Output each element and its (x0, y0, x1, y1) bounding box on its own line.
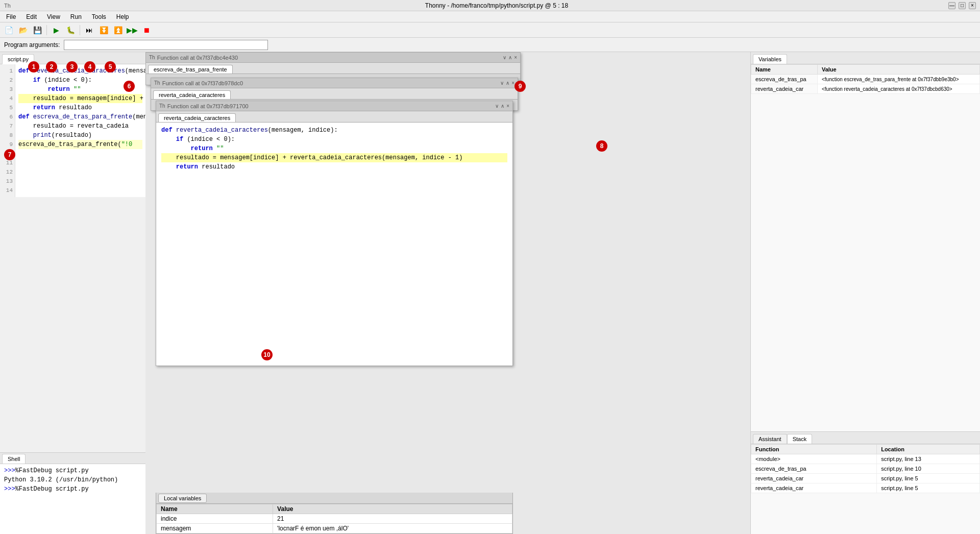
code-line-7: return resultado (18, 103, 142, 112)
editor-tab-script[interactable]: script.py (2, 54, 34, 64)
var-header-name: Name (751, 65, 818, 75)
open-file-button[interactable]: 📂 (16, 23, 30, 37)
variables-tab-bar: Variables (751, 52, 980, 64)
local-vars-header-name: Name (157, 504, 273, 514)
frame2-collapse[interactable]: ∨ (500, 80, 504, 86)
frame3-title: Function call at 0x7f37db971700 (167, 103, 249, 109)
code-line-9: def escreva_de_tras_para_frente(mensagem… (18, 112, 142, 122)
frame1-titlebar: Th Function call at 0x7f37dbc4e430 ∨ ∧ × (146, 53, 520, 63)
frame2-tab[interactable]: reverta_cadeia_caracteres (153, 90, 231, 99)
local-vars-table: Name Value indice 21 mensagem 'locnarF é… (156, 504, 512, 533)
variables-table: Name Value escreva_de_tras_pa <function … (751, 64, 980, 94)
code-line-5: resultado = mensagem[indice] + reverta_c… (18, 94, 142, 103)
frame2-restore[interactable]: ∧ (506, 80, 509, 86)
step-out-button[interactable]: ⏫ (111, 23, 125, 37)
code-line-3: return "" (18, 85, 142, 94)
frame3-collapse[interactable]: ∨ (495, 103, 499, 109)
var-value-2: <function reverta_cadeia_caracteres at 0… (817, 84, 979, 94)
frame3-code[interactable]: def reverta_cadeia_caracteres(mensagem, … (156, 123, 512, 366)
shell-cmd-2: %FastDebug script.py (15, 484, 89, 494)
menu-edit[interactable]: Edit (22, 12, 41, 21)
line-num-4: 4 (0, 94, 13, 103)
stack-loc-1: script.py, line 13 (877, 454, 980, 464)
local-vars-value-1: 21 (273, 514, 512, 524)
menu-file[interactable]: File (2, 12, 20, 21)
step-into-button[interactable]: ⏬ (97, 23, 110, 37)
shell-cmd-1: %FastDebug script.py (15, 466, 89, 475)
run-button[interactable]: ▶ (50, 23, 63, 37)
new-file-button[interactable]: 📄 (2, 23, 15, 37)
frame1-close[interactable]: × (514, 55, 517, 60)
var-row-1: escreva_de_tras_pa <function escreva_de_… (751, 75, 980, 84)
frame2-title-left: Th Function call at 0x7f37db978dc0 (154, 80, 243, 86)
frame1-restore[interactable]: ∧ (508, 55, 512, 60)
local-vars-name-2: mensagem (157, 524, 273, 533)
shell-content[interactable]: >>> %FastDebug script.py Python 3.10.2 (… (0, 464, 145, 534)
menu-tools[interactable]: Tools (88, 12, 110, 21)
var-row-2: reverta_cadeia_car <function reverta_cad… (751, 84, 980, 94)
shell-tab-bar: Shell (0, 453, 145, 464)
code-line-11: print(resultado) (18, 131, 142, 140)
code-line-2: if (indice < 0): (18, 76, 142, 85)
variables-section: Variables Name Value escreva_de_tras_pa … (751, 52, 980, 432)
prog-args-input[interactable] (64, 40, 268, 50)
stack-row-3: reverta_cadeia_car script.py, line 5 (751, 474, 980, 483)
frame1-tab[interactable]: escreva_de_tras_para_frente (148, 65, 233, 74)
assistant-tab-bar: Assistant Stack (751, 432, 980, 444)
line-num-8: 8 (0, 131, 13, 140)
var-name-1: escreva_de_tras_pa (751, 75, 818, 84)
frame1-collapse[interactable]: ∨ (503, 55, 506, 60)
shell-line-3: >>> %FastDebug script.py (4, 484, 141, 494)
stack-table: Function Location <module> script.py, li… (751, 444, 980, 493)
stack-loc-2: script.py, line 10 (877, 464, 980, 474)
local-vars-value-2: 'locnarF é emon uem ,álO' (273, 524, 512, 533)
resume-button[interactable]: ▶▶ (126, 23, 139, 37)
step-over-button[interactable]: ⏭ (83, 23, 96, 37)
local-vars-tab[interactable]: Local variables (158, 494, 207, 503)
line-num-13: 13 (0, 177, 13, 186)
stack-fn-2: escreva_de_tras_pa (751, 464, 877, 474)
maximize-button[interactable]: □ (959, 2, 966, 9)
frame2-close[interactable]: × (511, 80, 514, 86)
stack-fn-4: reverta_cadeia_car (751, 483, 877, 493)
frame3-line-2: if (indice < 0): (161, 135, 507, 144)
stack-tab[interactable]: Stack (787, 434, 813, 444)
window-controls: — □ × (948, 2, 976, 9)
frame1-tab-bar: escreva_de_tras_para_frente (146, 63, 520, 74)
toolbar-sep1 (46, 25, 47, 35)
frame3-tab[interactable]: reverta_cadeia_caracteres (158, 113, 236, 122)
debug-button[interactable]: 🐛 (64, 23, 77, 37)
prog-args-label: Program arguments: (4, 41, 60, 48)
frame1-controls: ∨ ∧ × (503, 55, 517, 60)
menu-run[interactable]: Run (66, 12, 86, 21)
close-button[interactable]: × (969, 2, 976, 9)
menu-view[interactable]: View (43, 12, 64, 21)
line-num-14: 14 (0, 186, 13, 195)
local-vars-header-value: Value (273, 504, 512, 514)
frame3-restore[interactable]: ∧ (501, 103, 504, 109)
line-num-10: 10 (0, 149, 13, 158)
stop-button[interactable]: ⏹ (140, 23, 153, 37)
editor-area: script.py 1 2 3 4 5 6 7 8 9 10 11 (0, 52, 145, 452)
line-num-9: 9 (0, 140, 13, 149)
title-bar: Th Thonny - /home/franco/tmp/python/scri… (0, 0, 980, 11)
variables-tab[interactable]: Variables (753, 54, 787, 64)
frame1-icon: Th (149, 55, 155, 60)
save-file-button[interactable]: 💾 (31, 23, 44, 37)
menu-help[interactable]: Help (112, 12, 133, 21)
shell-tab[interactable]: Shell (2, 454, 26, 464)
assistant-tab[interactable]: Assistant (753, 434, 787, 444)
shell-line-1: >>> %FastDebug script.py (4, 466, 141, 475)
minimize-button[interactable]: — (948, 2, 955, 9)
code-lines[interactable]: def reverta_cadeia_caracteres(mensagem, … (15, 64, 145, 197)
left-column: script.py 1 2 3 4 5 6 7 8 9 10 11 (0, 52, 145, 534)
frame3-icon: Th (159, 103, 165, 109)
code-line-13: escreva_de_tras_para_frente("!0 (18, 140, 142, 149)
frame3-line-3: return "" (161, 144, 507, 153)
frame3-close[interactable]: × (506, 103, 509, 109)
frame2-icon: Th (154, 80, 160, 86)
stack-fn-1: <module> (751, 454, 877, 464)
frame3-line-7: return resultado (161, 162, 507, 172)
editor-content[interactable]: 1 2 3 4 5 6 7 8 9 10 11 12 13 14 (0, 64, 145, 197)
toolbar-sep2 (80, 25, 80, 35)
